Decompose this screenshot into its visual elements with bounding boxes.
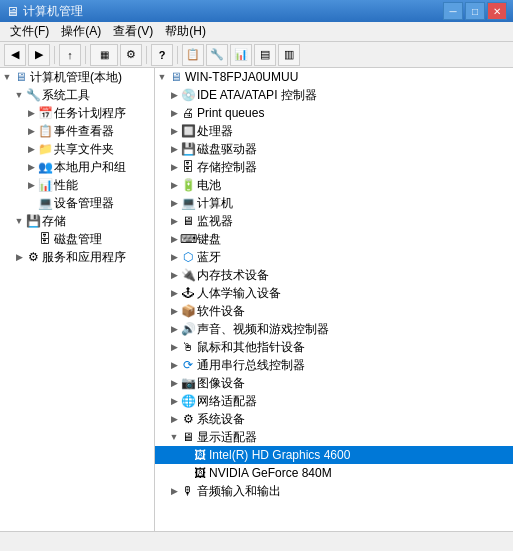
- r17-icon: 🌐: [181, 394, 195, 408]
- right-item-7[interactable]: ▶ 🖥 监视器: [155, 212, 513, 230]
- r1-label: Print queues: [197, 106, 264, 120]
- r9-icon: ⬡: [181, 250, 195, 264]
- r21-label: NVIDIA GeForce 840M: [209, 466, 332, 480]
- r5-exp: ▶: [169, 180, 179, 190]
- menu-file[interactable]: 文件(F): [4, 21, 55, 42]
- right-root[interactable]: ▼ 🖥 WIN-T8FPJA0UMUU: [155, 68, 513, 86]
- menu-view[interactable]: 查看(V): [107, 21, 159, 42]
- r4-label: 存储控制器: [197, 159, 257, 176]
- left-system-tools[interactable]: ▼ 🔧 系统工具: [0, 86, 154, 104]
- right-item-22[interactable]: ▶ 🎙 音频输入和输出: [155, 482, 513, 500]
- right-panel: ▼ 🖥 WIN-T8FPJA0UMUU ▶ 💿 IDE ATA/ATAPI 控制…: [155, 68, 513, 531]
- r9-label: 蓝牙: [197, 249, 221, 266]
- left-services[interactable]: ▶ ⚙ 服务和应用程序: [0, 248, 154, 266]
- right-item-8[interactable]: ▶ ⌨ 键盘: [155, 230, 513, 248]
- right-item-16[interactable]: ▶ 📷 图像设备: [155, 374, 513, 392]
- right-item-20[interactable]: ▶ 🖼 Intel(R) HD Graphics 4600: [155, 446, 513, 464]
- r21-exp: ▶: [181, 468, 191, 478]
- ts-icon: 📅: [38, 106, 52, 120]
- left-root-label: 计算机管理(本地): [30, 69, 122, 86]
- right-item-4[interactable]: ▶ 🗄 存储控制器: [155, 158, 513, 176]
- right-item-11[interactable]: ▶ 🕹 人体学输入设备: [155, 284, 513, 302]
- r16-icon: 📷: [181, 376, 195, 390]
- ev-expander: ▶: [26, 126, 36, 136]
- ev-label: 事件查看器: [54, 123, 114, 140]
- properties-button[interactable]: ⚙: [120, 44, 142, 66]
- right-item-19[interactable]: ▼ 🖥 显示适配器: [155, 428, 513, 446]
- left-panel: ▼ 🖥 计算机管理(本地) ▼ 🔧 系统工具 ▶ 📅 任务计划程序 ▶ 📋 事件…: [0, 68, 155, 531]
- r5-label: 电池: [197, 177, 221, 194]
- right-item-14[interactable]: ▶ 🖱 鼠标和其他指针设备: [155, 338, 513, 356]
- r3-icon: 💾: [181, 142, 195, 156]
- extra-btn-1[interactable]: 📋: [182, 44, 204, 66]
- r18-icon: ⚙: [181, 412, 195, 426]
- left-storage[interactable]: ▼ 💾 存储: [0, 212, 154, 230]
- toolbar-separator-2: [85, 46, 86, 64]
- menu-bar: 文件(F) 操作(A) 查看(V) 帮助(H): [0, 22, 513, 42]
- r11-label: 人体学输入设备: [197, 285, 281, 302]
- left-local-users[interactable]: ▶ 👥 本地用户和组: [0, 158, 154, 176]
- right-item-15[interactable]: ▶ ⟳ 通用串行总线控制器: [155, 356, 513, 374]
- toolbar-separator-4: [177, 46, 178, 64]
- r12-icon: 📦: [181, 304, 195, 318]
- r12-label: 软件设备: [197, 303, 245, 320]
- system-tools-expander: ▼: [14, 90, 24, 100]
- right-item-21[interactable]: ▶ 🖼 NVIDIA GeForce 840M: [155, 464, 513, 482]
- right-item-0[interactable]: ▶ 💿 IDE ATA/ATAPI 控制器: [155, 86, 513, 104]
- back-button[interactable]: ◀: [4, 44, 26, 66]
- r10-icon: 🔌: [181, 268, 195, 282]
- r10-exp: ▶: [169, 270, 179, 280]
- toolbar-separator-1: [54, 46, 55, 64]
- extra-btn-2[interactable]: 🔧: [206, 44, 228, 66]
- r20-label: Intel(R) HD Graphics 4600: [209, 448, 350, 462]
- right-item-9[interactable]: ▶ ⬡ 蓝牙: [155, 248, 513, 266]
- right-item-2[interactable]: ▶ 🔲 处理器: [155, 122, 513, 140]
- r6-label: 计算机: [197, 195, 233, 212]
- disk-mgmt-icon: 🗄: [38, 232, 52, 246]
- r5-icon: 🔋: [181, 178, 195, 192]
- r15-exp: ▶: [169, 360, 179, 370]
- right-item-18[interactable]: ▶ ⚙ 系统设备: [155, 410, 513, 428]
- r8-label: 键盘: [197, 231, 221, 248]
- left-root[interactable]: ▼ 🖥 计算机管理(本地): [0, 68, 154, 86]
- title-bar-text: 计算机管理: [23, 3, 83, 20]
- right-item-10[interactable]: ▶ 🔌 内存技术设备: [155, 266, 513, 284]
- r14-exp: ▶: [169, 342, 179, 352]
- perf-label: 性能: [54, 177, 78, 194]
- menu-action[interactable]: 操作(A): [55, 21, 107, 42]
- left-performance[interactable]: ▶ 📊 性能: [0, 176, 154, 194]
- right-item-1[interactable]: ▶ 🖨 Print queues: [155, 104, 513, 122]
- left-task-scheduler[interactable]: ▶ 📅 任务计划程序: [0, 104, 154, 122]
- left-device-manager[interactable]: ▶ 💻 设备管理器: [0, 194, 154, 212]
- extra-btn-4[interactable]: ▤: [254, 44, 276, 66]
- forward-button[interactable]: ▶: [28, 44, 50, 66]
- right-item-5[interactable]: ▶ 🔋 电池: [155, 176, 513, 194]
- r15-icon: ⟳: [181, 358, 195, 372]
- right-item-12[interactable]: ▶ 📦 软件设备: [155, 302, 513, 320]
- show-hide-button[interactable]: ▦: [90, 44, 118, 66]
- r3-exp: ▶: [169, 144, 179, 154]
- r6-exp: ▶: [169, 198, 179, 208]
- dm-expander: ▶: [26, 198, 36, 208]
- toolbar: ◀ ▶ ↑ ▦ ⚙ ? 📋 🔧 📊 ▤ ▥: [0, 42, 513, 68]
- sf-expander: ▶: [26, 144, 36, 154]
- right-item-3[interactable]: ▶ 💾 磁盘驱动器: [155, 140, 513, 158]
- r3-label: 磁盘驱动器: [197, 141, 257, 158]
- right-item-13[interactable]: ▶ 🔊 声音、视频和游戏控制器: [155, 320, 513, 338]
- left-shared-folders[interactable]: ▶ 📁 共享文件夹: [0, 140, 154, 158]
- r19-icon: 🖥: [181, 430, 195, 444]
- left-disk-mgmt[interactable]: ▶ 🗄 磁盘管理: [0, 230, 154, 248]
- maximize-button[interactable]: □: [465, 2, 485, 20]
- left-event-viewer[interactable]: ▶ 📋 事件查看器: [0, 122, 154, 140]
- r22-exp: ▶: [169, 486, 179, 496]
- minimize-button[interactable]: ─: [443, 2, 463, 20]
- menu-help[interactable]: 帮助(H): [159, 21, 212, 42]
- extra-btn-3[interactable]: 📊: [230, 44, 252, 66]
- right-item-6[interactable]: ▶ 💻 计算机: [155, 194, 513, 212]
- right-item-17[interactable]: ▶ 🌐 网络适配器: [155, 392, 513, 410]
- r1-icon: 🖨: [181, 106, 195, 120]
- extra-btn-5[interactable]: ▥: [278, 44, 300, 66]
- up-button[interactable]: ↑: [59, 44, 81, 66]
- help-button[interactable]: ?: [151, 44, 173, 66]
- close-button[interactable]: ✕: [487, 2, 507, 20]
